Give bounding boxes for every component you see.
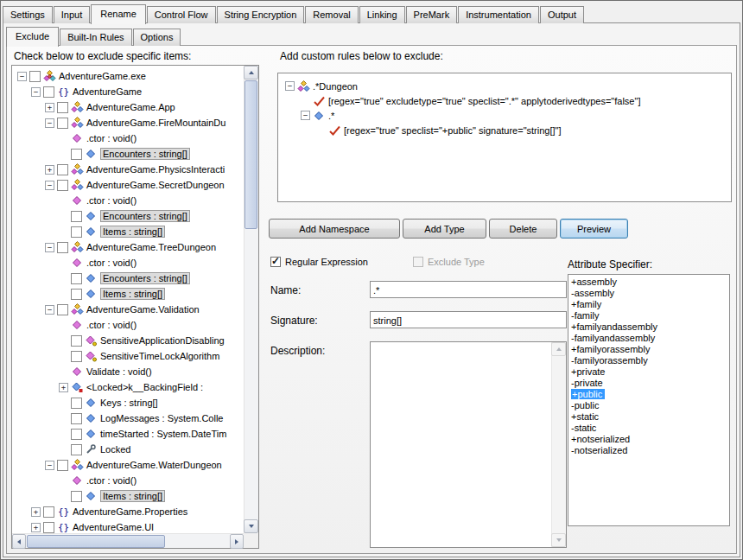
attribute-option[interactable]: +public — [568, 389, 729, 400]
attribute-option[interactable]: +private — [568, 366, 729, 378]
scroll-down-icon[interactable] — [244, 519, 258, 533]
tree-item[interactable]: Keys : string[] — [14, 395, 244, 410]
tree-item[interactable]: Encounters : string[] — [14, 208, 244, 224]
name-input[interactable] — [370, 281, 567, 298]
node-checkbox[interactable] — [71, 273, 82, 284]
collapse-icon[interactable]: − — [45, 461, 54, 470]
node-checkbox[interactable] — [57, 118, 68, 129]
add-namespace-button[interactable]: Add Namespace — [269, 219, 400, 239]
tree-item[interactable]: .ctor : void() — [14, 255, 244, 270]
attribute-option[interactable]: +assembly — [568, 277, 729, 288]
tree-item[interactable]: −.* — [280, 108, 729, 123]
tab-removal[interactable]: Removal — [305, 6, 358, 23]
subtab-options[interactable]: Options — [133, 29, 181, 46]
node-checkbox[interactable] — [57, 304, 68, 315]
horizontal-scroll-thumb[interactable] — [27, 535, 165, 548]
description-scrollbar[interactable] — [551, 342, 566, 547]
attribute-option[interactable]: -public — [568, 400, 729, 411]
tree-item[interactable]: Locked — [14, 442, 244, 457]
node-checkbox[interactable] — [57, 180, 68, 191]
tree-item[interactable]: .ctor : void() — [14, 473, 244, 488]
rules-tree[interactable]: −.*Dungeon[regex="true" excludetype="tru… — [280, 79, 729, 200]
signature-input[interactable] — [370, 311, 567, 328]
expand-icon[interactable]: + — [45, 165, 54, 175]
tree-item[interactable]: −AdventureGame.SecretDungeon — [14, 177, 244, 193]
tab-linking[interactable]: Linking — [359, 6, 405, 23]
attribute-option[interactable]: -familyorassembly — [568, 355, 729, 366]
tree-item[interactable]: SensitiveApplicationDisabling — [14, 333, 244, 348]
attribute-option[interactable]: +notserialized — [568, 434, 729, 445]
attribute-option[interactable]: -private — [568, 378, 729, 389]
node-checkbox[interactable] — [71, 211, 82, 222]
scroll-down-icon[interactable] — [551, 533, 566, 547]
tab-settings[interactable]: Settings — [3, 6, 53, 23]
tab-premark[interactable]: PreMark — [406, 6, 458, 23]
expand-icon[interactable]: + — [59, 383, 68, 392]
add-type-button[interactable]: Add Type — [403, 219, 486, 239]
tree-horizontal-scrollbar[interactable] — [12, 533, 244, 548]
tree-item[interactable]: −{}AdventureGame — [14, 84, 244, 99]
description-textarea[interactable] — [370, 341, 567, 548]
tab-control-flow[interactable]: Control Flow — [147, 6, 216, 23]
node-checkbox[interactable] — [43, 86, 54, 98]
node-checkbox[interactable] — [29, 71, 41, 82]
collapse-icon[interactable]: − — [17, 72, 27, 81]
attribute-option[interactable]: +static — [568, 411, 729, 423]
collapse-icon[interactable]: − — [31, 87, 41, 97]
collapse-icon[interactable]: − — [45, 305, 54, 315]
expand-icon[interactable]: + — [45, 103, 54, 112]
node-checkbox[interactable] — [57, 102, 68, 113]
attribute-option[interactable]: -static — [568, 423, 729, 434]
scroll-up-icon[interactable] — [551, 342, 566, 356]
vertical-scroll-thumb[interactable] — [244, 80, 257, 229]
expand-icon[interactable]: + — [31, 507, 41, 517]
node-checkbox[interactable] — [71, 413, 82, 424]
tree-item[interactable]: +AdventureGame.PhysicsInteracti — [14, 162, 244, 177]
tree-item[interactable]: .ctor : void() — [14, 130, 244, 146]
tree-item[interactable]: +AdventureGame.App — [14, 99, 244, 115]
tree-item[interactable]: +<Locked>k__BackingField : — [14, 379, 244, 395]
node-checkbox[interactable] — [57, 460, 68, 471]
attribute-option[interactable]: +family — [568, 299, 729, 310]
tree-item[interactable]: Items : string[] — [14, 286, 244, 302]
node-checkbox[interactable] — [43, 506, 54, 518]
tree-item[interactable]: −AdventureGame.WaterDungeon — [14, 457, 244, 473]
tree-item[interactable]: −AdventureGame.exe — [14, 68, 244, 84]
scroll-up-icon[interactable] — [244, 66, 258, 80]
tab-output[interactable]: Output — [540, 6, 584, 23]
node-checkbox[interactable] — [71, 491, 82, 502]
attribute-option[interactable]: -assembly — [568, 288, 729, 299]
node-checkbox[interactable] — [71, 398, 82, 409]
tab-rename[interactable]: Rename — [91, 4, 146, 24]
tree-item[interactable]: −AdventureGame.TreeDungeon — [14, 239, 244, 255]
tree-item[interactable]: +{}AdventureGame.Properties — [14, 504, 244, 519]
node-checkbox[interactable] — [71, 289, 82, 300]
attribute-option[interactable]: -family — [568, 310, 729, 321]
node-checkbox[interactable] — [71, 351, 82, 362]
tree-item[interactable]: −AdventureGame.FireMountainDu — [14, 115, 244, 130]
tree-item[interactable]: .ctor : void() — [14, 317, 244, 333]
tab-instrumentation[interactable]: Instrumentation — [458, 6, 539, 23]
node-checkbox[interactable] — [57, 164, 68, 175]
node-checkbox[interactable] — [71, 444, 82, 455]
collapse-icon[interactable]: − — [45, 181, 54, 190]
node-checkbox[interactable] — [71, 149, 82, 160]
collapse-icon[interactable]: − — [45, 243, 54, 252]
expand-icon[interactable]: + — [31, 523, 41, 532]
collapse-icon[interactable]: − — [45, 118, 54, 128]
attribute-option[interactable]: -familyandassembly — [568, 333, 729, 344]
attribute-specifier-list[interactable]: +assembly-assembly+family-family+familya… — [568, 274, 730, 526]
attribute-option[interactable]: +familyandassembly — [568, 321, 729, 333]
tree-item[interactable]: LogMessages : System.Colle — [14, 410, 244, 426]
tree-item[interactable]: timeStarted : System.DateTim — [14, 426, 244, 442]
collapse-icon[interactable]: − — [285, 81, 295, 91]
collapse-icon[interactable]: − — [301, 111, 310, 120]
tree-item[interactable]: [regex="true" excludetype="true" speclis… — [280, 93, 729, 108]
attribute-option[interactable]: -notserialized — [568, 445, 729, 456]
delete-button[interactable]: Delete — [489, 219, 557, 239]
subtab-built-in-rules[interactable]: Built-In Rules — [60, 29, 131, 46]
node-checkbox[interactable] — [43, 522, 54, 533]
node-checkbox[interactable] — [71, 429, 82, 440]
preview-button[interactable]: Preview — [560, 219, 628, 239]
node-checkbox[interactable] — [71, 335, 82, 347]
